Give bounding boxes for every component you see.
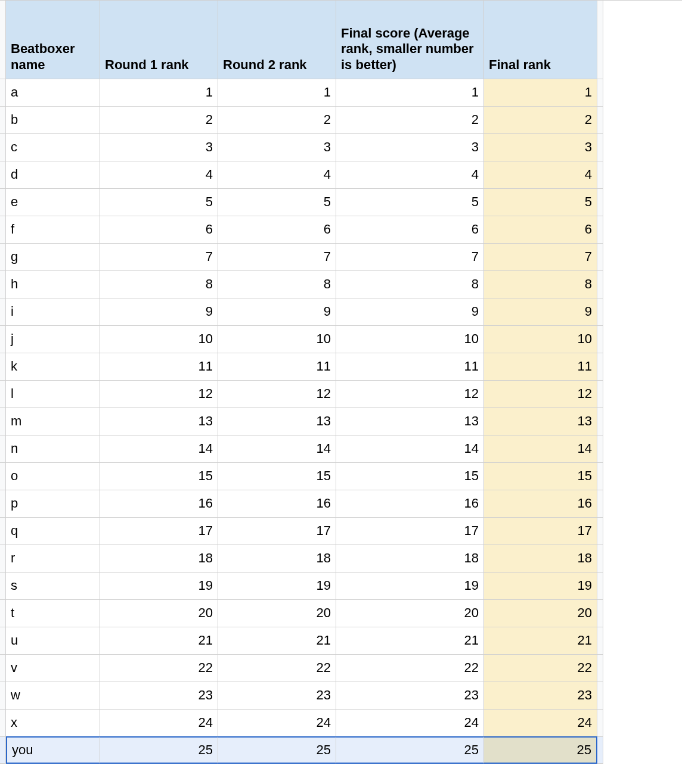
cell-round2[interactable]: 5 xyxy=(218,189,336,216)
cell-score[interactable]: 3 xyxy=(336,134,484,161)
cell-round1[interactable]: 19 xyxy=(100,573,218,600)
cell-name[interactable]: a xyxy=(6,79,100,107)
col-header-score[interactable]: Final score (Average rank, smaller numbe… xyxy=(336,1,484,79)
cell-score[interactable]: 15 xyxy=(336,463,484,490)
cell-name[interactable]: x xyxy=(6,710,100,737)
cell-final[interactable]: 19 xyxy=(484,573,597,600)
cell-final[interactable]: 20 xyxy=(484,600,597,627)
cell-name[interactable]: u xyxy=(6,627,100,655)
cell-round1[interactable]: 23 xyxy=(100,682,218,710)
cell-score[interactable]: 7 xyxy=(336,244,484,271)
cell-name[interactable]: n xyxy=(6,435,100,463)
cell-round1[interactable]: 9 xyxy=(100,298,218,326)
cell-final[interactable]: 9 xyxy=(484,298,597,326)
cell-name[interactable]: b xyxy=(6,107,100,134)
col-header-round1[interactable]: Round 1 rank xyxy=(100,1,218,79)
cell-round2[interactable]: 2 xyxy=(218,107,336,134)
spreadsheet-grid[interactable]: Beatboxer name Round 1 rank Round 2 rank… xyxy=(0,0,682,764)
cell-round1[interactable]: 1 xyxy=(100,79,218,107)
cell-name[interactable]: k xyxy=(6,353,100,381)
col-header-name[interactable]: Beatboxer name xyxy=(6,1,100,79)
cell-score[interactable]: 11 xyxy=(336,353,484,381)
cell-round1[interactable]: 18 xyxy=(100,545,218,573)
cell-name[interactable]: g xyxy=(6,244,100,271)
cell-round2[interactable]: 9 xyxy=(218,298,336,326)
cell-round2[interactable]: 12 xyxy=(218,381,336,408)
col-header-final[interactable]: Final rank xyxy=(484,1,597,79)
cell-round2[interactable]: 17 xyxy=(218,518,336,545)
cell-round1[interactable]: 6 xyxy=(100,216,218,244)
cell-score[interactable]: 14 xyxy=(336,435,484,463)
cell-round2[interactable]: 14 xyxy=(218,435,336,463)
cell-final[interactable]: 15 xyxy=(484,463,597,490)
cell-score[interactable]: 17 xyxy=(336,518,484,545)
cell-name[interactable]: j xyxy=(6,326,100,353)
cell-score[interactable]: 24 xyxy=(336,710,484,737)
cell-round2[interactable]: 3 xyxy=(218,134,336,161)
cell-score[interactable]: 13 xyxy=(336,408,484,435)
cell-round1[interactable]: 8 xyxy=(100,271,218,298)
cell-round2[interactable]: 16 xyxy=(218,490,336,518)
cell-final[interactable]: 22 xyxy=(484,655,597,682)
cell-name[interactable]: e xyxy=(6,189,100,216)
cell-round1[interactable]: 12 xyxy=(100,381,218,408)
cell-final[interactable]: 4 xyxy=(484,161,597,189)
cell-name[interactable]: h xyxy=(6,271,100,298)
cell-round1[interactable]: 3 xyxy=(100,134,218,161)
cell-score[interactable]: 12 xyxy=(336,381,484,408)
cell-round1[interactable]: 17 xyxy=(100,518,218,545)
cell-name[interactable]: f xyxy=(6,216,100,244)
cell-final[interactable]: 21 xyxy=(484,627,597,655)
cell-score[interactable]: 25 xyxy=(336,736,484,764)
cell-round1[interactable]: 10 xyxy=(100,326,218,353)
cell-score[interactable]: 2 xyxy=(336,107,484,134)
cell-score[interactable]: 5 xyxy=(336,189,484,216)
cell-round2[interactable]: 18 xyxy=(218,545,336,573)
cell-round2[interactable]: 10 xyxy=(218,326,336,353)
cell-round2[interactable]: 24 xyxy=(218,710,336,737)
cell-final[interactable]: 11 xyxy=(484,353,597,381)
cell-name[interactable]: c xyxy=(6,134,100,161)
cell-name[interactable]: p xyxy=(6,490,100,518)
cell-final[interactable]: 5 xyxy=(484,189,597,216)
cell-round1[interactable]: 2 xyxy=(100,107,218,134)
cell-score[interactable]: 6 xyxy=(336,216,484,244)
cell-final[interactable]: 10 xyxy=(484,326,597,353)
cell-score[interactable]: 1 xyxy=(336,79,484,107)
cell-round1[interactable]: 20 xyxy=(100,600,218,627)
cell-score[interactable]: 23 xyxy=(336,682,484,710)
cell-score[interactable]: 20 xyxy=(336,600,484,627)
cell-final[interactable]: 3 xyxy=(484,134,597,161)
cell-final[interactable]: 6 xyxy=(484,216,597,244)
cell-round1[interactable]: 25 xyxy=(100,736,218,764)
cell-name[interactable]: w xyxy=(6,682,100,710)
cell-round1[interactable]: 15 xyxy=(100,463,218,490)
cell-final[interactable]: 12 xyxy=(484,381,597,408)
cell-round2[interactable]: 19 xyxy=(218,573,336,600)
cell-score[interactable]: 19 xyxy=(336,573,484,600)
cell-round2[interactable]: 6 xyxy=(218,216,336,244)
cell-final[interactable]: 25 xyxy=(484,736,597,764)
cell-round1[interactable]: 13 xyxy=(100,408,218,435)
cell-final[interactable]: 23 xyxy=(484,682,597,710)
cell-round2[interactable]: 25 xyxy=(218,736,336,764)
cell-round1[interactable]: 5 xyxy=(100,189,218,216)
cell-final[interactable]: 8 xyxy=(484,271,597,298)
cell-name[interactable]: q xyxy=(6,518,100,545)
cell-round2[interactable]: 4 xyxy=(218,161,336,189)
cell-final[interactable]: 1 xyxy=(484,79,597,107)
cell-name[interactable]: you xyxy=(6,736,100,764)
cell-round1[interactable]: 24 xyxy=(100,710,218,737)
cell-round1[interactable]: 7 xyxy=(100,244,218,271)
cell-score[interactable]: 4 xyxy=(336,161,484,189)
cell-score[interactable]: 21 xyxy=(336,627,484,655)
cell-round1[interactable]: 22 xyxy=(100,655,218,682)
cell-round2[interactable]: 11 xyxy=(218,353,336,381)
cell-round2[interactable]: 15 xyxy=(218,463,336,490)
cell-name[interactable]: l xyxy=(6,381,100,408)
cell-name[interactable]: v xyxy=(6,655,100,682)
cell-final[interactable]: 2 xyxy=(484,107,597,134)
cell-round2[interactable]: 7 xyxy=(218,244,336,271)
cell-name[interactable]: r xyxy=(6,545,100,573)
cell-round1[interactable]: 16 xyxy=(100,490,218,518)
